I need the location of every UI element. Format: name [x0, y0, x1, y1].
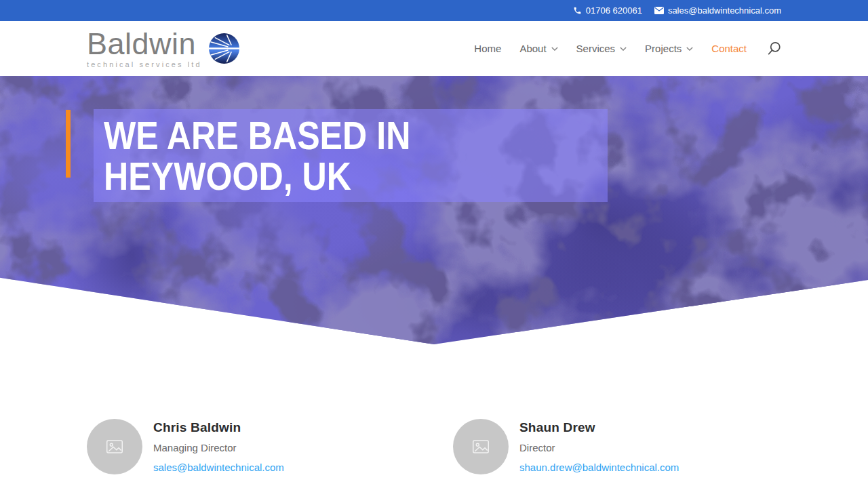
member-name: Chris Baldwin	[153, 420, 284, 435]
header-inner: Baldwin technical services ltd	[87, 21, 781, 76]
search-button[interactable]	[767, 41, 781, 56]
topbar: 01706 620061 sales@baldwintechnical.com	[0, 0, 868, 21]
logo-title: Baldwin	[87, 28, 196, 59]
nav-label-about: About	[519, 43, 546, 54]
member-info: Chris Baldwin Managing Director sales@ba…	[153, 420, 284, 474]
topbar-phone-link[interactable]: 01706 620061	[573, 5, 642, 16]
nav-label-projects: Projects	[645, 43, 682, 54]
nav-item-about[interactable]: About	[519, 43, 557, 54]
team-member-card: Chris Baldwin Managing Director sales@ba…	[87, 419, 415, 474]
site-header: Baldwin technical services ltd	[0, 21, 868, 76]
logo[interactable]: Baldwin technical services ltd	[87, 28, 240, 68]
nav-item-projects[interactable]: Projects	[645, 43, 693, 54]
search-icon	[767, 41, 781, 56]
member-info: Shaun Drew Director shaun.drew@baldwinte…	[519, 420, 679, 474]
image-placeholder-icon	[471, 436, 491, 457]
topbar-inner: 01706 620061 sales@baldwintechnical.com	[87, 0, 781, 21]
nav-item-contact[interactable]: Contact	[711, 43, 747, 54]
member-email-link[interactable]: shaun.drew@baldwintechnical.com	[519, 462, 679, 473]
nav-label-contact: Contact	[711, 43, 747, 54]
team-row: Chris Baldwin Managing Director sales@ba…	[87, 419, 781, 474]
chevron-down-icon	[686, 47, 693, 51]
topbar-email-address: sales@baldwintechnical.com	[668, 5, 781, 16]
page-title-line2: HEYWOOD, UK	[104, 155, 351, 198]
nav-item-services[interactable]: Services	[576, 43, 627, 54]
main-nav: Home About Services Projects	[474, 41, 781, 56]
avatar	[87, 419, 142, 474]
nav-item-home[interactable]: Home	[474, 43, 501, 54]
page-title-line1: WE ARE BASED IN	[104, 114, 410, 157]
topbar-email-link[interactable]: sales@baldwintechnical.com	[654, 5, 781, 16]
hero-title-box: WE ARE BASED INHEYWOOD, UK	[94, 109, 608, 202]
team-member-card: Shaun Drew Director shaun.drew@baldwinte…	[453, 419, 781, 474]
page-title: WE ARE BASED INHEYWOOD, UK	[104, 115, 547, 197]
member-email-link[interactable]: sales@baldwintechnical.com	[153, 462, 284, 473]
member-name: Shaun Drew	[519, 420, 679, 435]
image-placeholder-icon	[104, 436, 125, 457]
hero-section: WE ARE BASED INHEYWOOD, UK	[0, 76, 868, 344]
phone-icon	[573, 6, 582, 15]
avatar	[453, 419, 509, 474]
member-role: Director	[519, 442, 679, 453]
topbar-phone-number: 01706 620061	[586, 5, 642, 16]
logo-globe-icon	[208, 33, 240, 64]
logo-subtitle: technical services ltd	[87, 60, 202, 68]
logo-text: Baldwin technical services ltd	[87, 28, 202, 68]
chevron-down-icon	[620, 47, 627, 51]
team-section: Chris Baldwin Managing Director sales@ba…	[0, 344, 868, 474]
nav-label-home: Home	[474, 43, 501, 54]
hero-accent-bar	[66, 110, 71, 178]
chevron-down-icon	[551, 47, 558, 51]
nav-label-services: Services	[576, 43, 616, 54]
member-role: Managing Director	[153, 442, 284, 453]
email-icon	[654, 7, 664, 14]
